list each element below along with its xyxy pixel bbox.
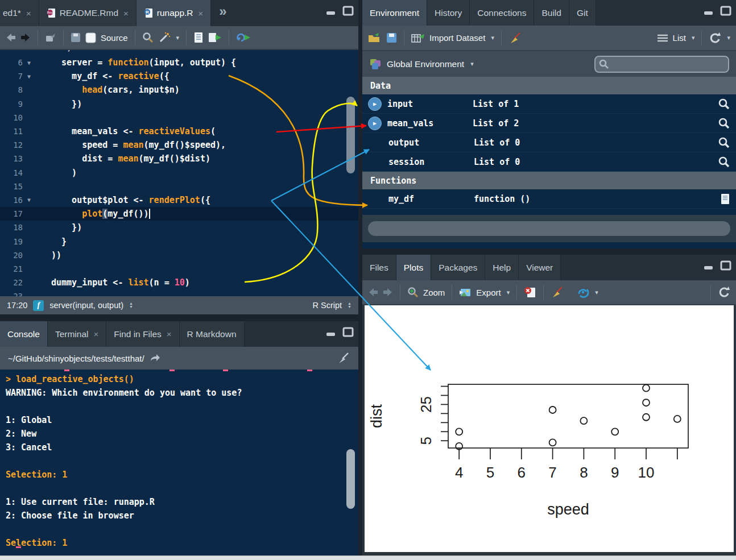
- fold-icon[interactable]: ▼: [23, 197, 35, 203]
- env-object-mean_vals[interactable]: ▶mean_valsList of 2: [362, 114, 736, 133]
- tab-viewer[interactable]: Viewer: [519, 255, 561, 280]
- tab-git[interactable]: Git: [569, 0, 596, 26]
- code-tools-caret-icon[interactable]: ▾: [176, 34, 180, 42]
- tab-console[interactable]: Console: [0, 321, 48, 347]
- scope-caret-icon[interactable]: ▾: [470, 60, 474, 68]
- open-in-new-window-icon[interactable]: [45, 32, 56, 43]
- maximize-pane-icon[interactable]: [720, 260, 731, 271]
- code-line-15[interactable]: 15: [0, 180, 358, 193]
- code-line-14[interactable]: 14 ): [0, 166, 358, 180]
- code-editor[interactable]: ", 6▼ server = function(input, output) {…: [0, 50, 358, 296]
- inspect-object-icon[interactable]: [718, 156, 730, 168]
- publish-plot-icon[interactable]: [577, 287, 589, 298]
- import-dataset-label[interactable]: Import Dataset: [429, 33, 485, 43]
- tab-terminal[interactable]: Terminal×: [48, 321, 106, 347]
- environment-hscrollbar[interactable]: [362, 215, 736, 242]
- code-line-7[interactable]: 7▼ my_df <- reactive({: [0, 69, 358, 83]
- code-line-12[interactable]: 12 speed = mean(my_df()$speed),: [0, 138, 358, 152]
- code-line-8[interactable]: 8 head(cars, input$n): [0, 83, 358, 97]
- close-tab-icon[interactable]: ×: [199, 9, 204, 18]
- zoom-plot-label[interactable]: Zoom: [423, 288, 445, 297]
- code-line-18[interactable]: 18 }): [0, 221, 358, 234]
- console-output[interactable]: > load_reactive_objects()WARNING: Which …: [0, 370, 358, 551]
- close-tab-icon[interactable]: ×: [167, 329, 172, 339]
- code-line-13[interactable]: 13 dist = mean(my_df()$dist): [0, 152, 358, 165]
- import-dataset-icon[interactable]: [411, 33, 425, 43]
- list-view-caret-icon[interactable]: ▾: [692, 34, 695, 42]
- fold-icon[interactable]: ▼: [23, 73, 35, 80]
- save-workspace-icon[interactable]: [386, 32, 397, 43]
- previous-plot-icon[interactable]: [368, 288, 378, 297]
- close-tab-icon[interactable]: ×: [26, 9, 31, 18]
- refresh-plot-icon[interactable]: [718, 287, 730, 298]
- tab-files[interactable]: Files: [362, 255, 396, 280]
- compile-report-icon[interactable]: [193, 32, 204, 43]
- close-tab-icon[interactable]: ×: [123, 9, 129, 18]
- zoom-plot-icon[interactable]: [407, 287, 419, 298]
- code-line-17[interactable]: 17 plot(my_df()): [0, 207, 358, 221]
- export-plot-icon[interactable]: [459, 287, 472, 297]
- filetype-caret-icon[interactable]: ▲▼: [348, 302, 352, 309]
- env-object-input[interactable]: ▶inputList of 1: [362, 94, 736, 114]
- export-caret-icon[interactable]: ▾: [507, 289, 510, 296]
- clear-environment-broom-icon[interactable]: [508, 32, 522, 44]
- env-object-output[interactable]: outputList of 0: [362, 133, 736, 152]
- env-object-my_df[interactable]: my_dffunction (): [362, 189, 736, 209]
- fold-icon[interactable]: ▼: [23, 60, 35, 66]
- environment-search-input[interactable]: [609, 60, 725, 69]
- code-line-21[interactable]: 21: [0, 262, 358, 276]
- next-plot-icon[interactable]: [383, 288, 393, 297]
- tab-overflow-icon[interactable]: »: [211, 0, 234, 26]
- view-function-icon[interactable]: [720, 193, 730, 205]
- tab-help[interactable]: Help: [485, 255, 519, 280]
- inspect-object-icon[interactable]: [718, 98, 730, 110]
- tab-plots[interactable]: Plots: [396, 255, 431, 280]
- code-line-11[interactable]: 11 mean_vals <- reactiveValues(: [0, 125, 358, 138]
- code-line-9[interactable]: 9 }): [0, 97, 358, 111]
- minimize-pane-icon[interactable]: [325, 327, 337, 337]
- load-workspace-icon[interactable]: [368, 32, 382, 43]
- source-on-save-checkbox[interactable]: [85, 32, 96, 43]
- maximize-pane-icon[interactable]: [720, 6, 731, 16]
- export-plot-label[interactable]: Export: [476, 288, 501, 297]
- environment-scope-selector[interactable]: Global Environment: [387, 59, 464, 69]
- code-line-19[interactable]: 19 }: [0, 234, 358, 248]
- run-icon[interactable]: [208, 32, 222, 43]
- inspect-object-icon[interactable]: [718, 117, 730, 130]
- close-tab-icon[interactable]: ×: [93, 329, 98, 339]
- editor-scrollbar[interactable]: [346, 97, 355, 173]
- find-icon[interactable]: [142, 32, 154, 43]
- list-view-label[interactable]: List: [673, 33, 686, 43]
- minimize-pane-icon[interactable]: [703, 6, 714, 15]
- save-icon[interactable]: [71, 32, 81, 43]
- scope-selector[interactable]: server(input, output): [49, 301, 123, 310]
- publish-caret-icon[interactable]: ▾: [595, 289, 598, 296]
- clear-console-broom-icon[interactable]: [337, 352, 350, 364]
- remove-plot-icon[interactable]: [524, 287, 536, 298]
- env-object-session[interactable]: sessionList of 0: [362, 152, 736, 172]
- code-tools-wand-icon[interactable]: [158, 32, 171, 43]
- code-line-6[interactable]: 6▼ server = function(input, output) {: [0, 56, 358, 69]
- file-type[interactable]: R Script: [312, 301, 342, 310]
- minimize-pane-icon[interactable]: [325, 6, 337, 15]
- code-line-10[interactable]: 10: [0, 111, 358, 125]
- tab-ed1-[interactable]: ed1*×: [0, 0, 39, 26]
- tab-build[interactable]: Build: [534, 0, 569, 26]
- inspect-object-icon[interactable]: [718, 136, 730, 149]
- refresh-caret-icon[interactable]: ▾: [727, 34, 730, 42]
- tab-runapp-r[interactable]: Rrunapp.R×: [137, 0, 212, 26]
- maximize-pane-icon[interactable]: [342, 327, 354, 337]
- rerun-icon[interactable]: [236, 32, 251, 43]
- forward-icon[interactable]: [20, 33, 31, 42]
- environment-search[interactable]: [594, 56, 729, 73]
- code-line-22[interactable]: 22dummy_input <- list(n = 10): [0, 276, 358, 289]
- tab-readme-rmd[interactable]: RmdREADME.Rmd×: [39, 0, 137, 26]
- tab-find-in-files[interactable]: Find in Files×: [106, 321, 179, 347]
- clear-plots-broom-icon[interactable]: [551, 286, 564, 298]
- tab-packages[interactable]: Packages: [431, 255, 485, 280]
- scope-caret-icon[interactable]: ▲▼: [129, 302, 133, 309]
- expand-object-icon[interactable]: ▶: [368, 97, 382, 111]
- tab-history[interactable]: History: [427, 0, 470, 26]
- tab-connections[interactable]: Connections: [470, 0, 534, 26]
- expand-object-icon[interactable]: ▶: [368, 117, 382, 130]
